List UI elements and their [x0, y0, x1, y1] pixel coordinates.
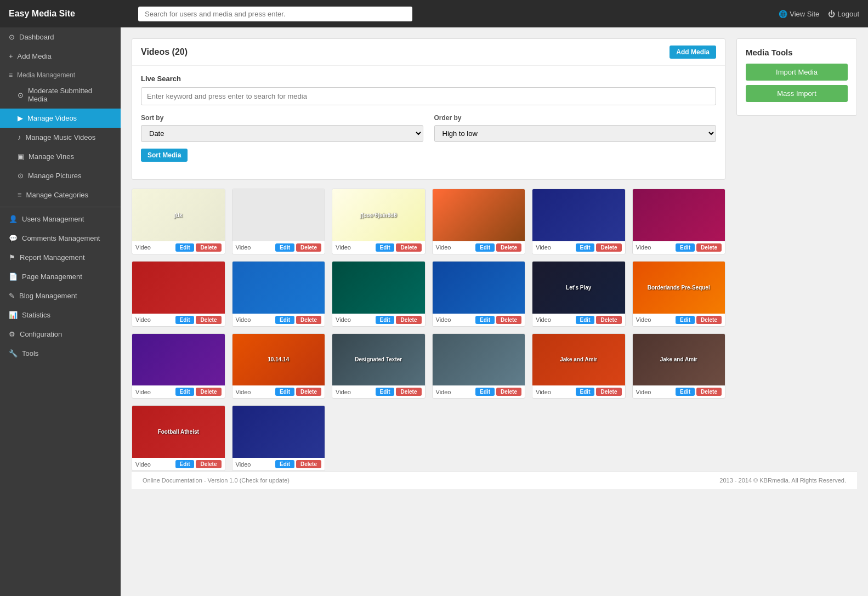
sidebar-item-users-management[interactable]: 👤 Users Management: [0, 209, 121, 229]
video-info-4: Video Edit Delete: [532, 241, 625, 254]
sidebar-item-configuration[interactable]: ⚙ Configuration: [0, 325, 121, 344]
search-input[interactable]: [138, 7, 412, 21]
live-search-input[interactable]: [141, 87, 716, 105]
sidebar-item-page-management[interactable]: 📄 Page Management: [0, 267, 121, 286]
video-item-4: Video Edit Delete: [532, 189, 626, 254]
sort-by-label: Sort by: [141, 114, 423, 122]
sidebar-item-dashboard[interactable]: ⊙ Dashboard: [0, 27, 121, 47]
video-info-7: Video Edit Delete: [232, 314, 325, 326]
delete-video-18[interactable]: Delete: [196, 460, 221, 468]
edit-video-8[interactable]: Edit: [376, 316, 395, 324]
delete-video-6[interactable]: Delete: [196, 316, 221, 324]
edit-video-5[interactable]: Edit: [676, 243, 695, 252]
edit-video-12[interactable]: Edit: [175, 388, 195, 396]
edit-video-15[interactable]: Edit: [475, 388, 495, 396]
delete-video-8[interactable]: Delete: [396, 316, 421, 324]
edit-video-2[interactable]: Edit: [376, 243, 395, 252]
sidebar-item-add-media[interactable]: + Add Media: [0, 47, 121, 66]
edit-video-9[interactable]: Edit: [475, 316, 495, 324]
sort-media-button[interactable]: Sort Media: [141, 149, 188, 162]
edit-video-10[interactable]: Edit: [576, 316, 595, 324]
video-actions-16: Edit Delete: [576, 388, 622, 396]
mass-import-button[interactable]: Mass Import: [746, 85, 848, 102]
delete-video-7[interactable]: Delete: [296, 316, 321, 324]
delete-video-0[interactable]: Delete: [196, 243, 221, 252]
delete-video-14[interactable]: Delete: [396, 388, 421, 396]
video-info-11: Video Edit Delete: [633, 314, 725, 326]
edit-video-13[interactable]: Edit: [275, 388, 294, 396]
delete-video-10[interactable]: Delete: [596, 316, 621, 324]
video-item-9: Video Edit Delete: [432, 261, 526, 327]
sidebar-item-comments-management[interactable]: 💬 Comments Management: [0, 229, 121, 248]
logout-link[interactable]: ⏻ Logout: [828, 10, 859, 18]
add-media-button[interactable]: Add Media: [670, 46, 716, 59]
delete-video-15[interactable]: Delete: [496, 388, 521, 396]
sidebar-section-media-management: ≡ Media Management: [0, 66, 121, 81]
delete-video-19[interactable]: Delete: [296, 460, 321, 468]
edit-video-14[interactable]: Edit: [376, 388, 395, 396]
sidebar-item-manage-music-videos[interactable]: ♪ Manage Music Videos: [0, 128, 121, 147]
edit-video-6[interactable]: Edit: [175, 316, 195, 324]
edit-video-1[interactable]: Edit: [275, 243, 294, 252]
edit-video-16[interactable]: Edit: [576, 388, 595, 396]
delete-video-1[interactable]: Delete: [296, 243, 321, 252]
video-item-13: 10.14.14 Video Edit Delete: [232, 333, 326, 399]
video-item-6: Video Edit Delete: [132, 261, 225, 327]
delete-video-11[interactable]: Delete: [696, 316, 722, 324]
sidebar-item-moderate-submitted-media[interactable]: ⊙ Moderate Submitted Media: [0, 81, 121, 109]
video-item-1: Video Edit Delete: [232, 189, 326, 254]
video-thumb-15: [433, 334, 525, 386]
import-media-button[interactable]: Import Media: [746, 64, 848, 81]
delete-video-16[interactable]: Delete: [596, 388, 621, 396]
video-thumb-12: [132, 334, 225, 386]
report-icon: ⚑: [9, 253, 15, 262]
edit-video-11[interactable]: Edit: [676, 316, 695, 324]
sidebar-item-manage-videos[interactable]: ▶ Manage Videos: [0, 109, 121, 128]
edit-video-18[interactable]: Edit: [175, 460, 195, 468]
videos-panel-header: Videos (20) Add Media: [132, 39, 725, 66]
delete-video-5[interactable]: Delete: [696, 243, 722, 252]
view-site-link[interactable]: 🌐 View Site: [779, 10, 819, 18]
delete-video-2[interactable]: Delete: [396, 243, 421, 252]
sidebar-item-manage-pictures[interactable]: ⊙ Manage Pictures: [0, 166, 121, 185]
thumb-overlay-17: Jake and Amir: [658, 354, 700, 365]
video-actions-14: Edit Delete: [376, 388, 422, 396]
video-grid: ∫dx Video Edit Delete Video Edit Delete …: [132, 189, 725, 471]
footer-left: Online Documentation - Version 1.0 (Chec…: [143, 477, 290, 484]
sidebar-item-manage-categories[interactable]: ≡ Manage Categories: [0, 185, 121, 205]
sidebar-item-blog-management[interactable]: ✎ Blog Management: [0, 286, 121, 305]
edit-video-19[interactable]: Edit: [275, 460, 294, 468]
video-item-10: Let's Play Video Edit Delete: [532, 261, 626, 327]
video-info-0: Video Edit Delete: [132, 241, 225, 254]
sort-by-select[interactable]: Date Title Views Rating: [141, 125, 423, 142]
video-thumb-6: [132, 262, 225, 314]
delete-video-12[interactable]: Delete: [196, 388, 221, 396]
order-by-select[interactable]: High to low Low to high: [434, 125, 717, 142]
logout-icon: ⏻: [828, 10, 835, 18]
sidebar-item-statistics[interactable]: 📊 Statistics: [0, 305, 121, 325]
edit-video-0[interactable]: Edit: [175, 243, 195, 252]
thumb-overlay-16: Jake and Amir: [558, 354, 599, 365]
delete-video-4[interactable]: Delete: [596, 243, 621, 252]
edit-video-4[interactable]: Edit: [576, 243, 595, 252]
videos-panel-body: Live Search Sort by Date Title Views: [132, 66, 725, 179]
video-actions-7: Edit Delete: [275, 316, 321, 324]
video-thumb-18: Football Atheist: [132, 406, 225, 458]
sidebar-item-manage-vines[interactable]: ▣ Manage Vines: [0, 147, 121, 166]
video-info-6: Video Edit Delete: [132, 314, 225, 326]
delete-video-17[interactable]: Delete: [696, 388, 722, 396]
order-by-label: Order by: [434, 114, 717, 122]
edit-video-3[interactable]: Edit: [475, 243, 495, 252]
sidebar-item-report-management[interactable]: ⚑ Report Management: [0, 248, 121, 267]
sidebar-item-tools[interactable]: 🔧 Tools: [0, 344, 121, 363]
video-item-8: Video Edit Delete: [332, 261, 426, 327]
video-actions-9: Edit Delete: [475, 316, 521, 324]
delete-video-13[interactable]: Delete: [296, 388, 321, 396]
delete-video-3[interactable]: Delete: [496, 243, 521, 252]
statistics-icon: 📊: [9, 311, 18, 319]
thumb-overlay-5: [677, 213, 681, 217]
edit-video-17[interactable]: Edit: [676, 388, 695, 396]
edit-video-7[interactable]: Edit: [275, 316, 294, 324]
delete-video-9[interactable]: Delete: [496, 316, 521, 324]
video-info-10: Video Edit Delete: [532, 314, 625, 326]
